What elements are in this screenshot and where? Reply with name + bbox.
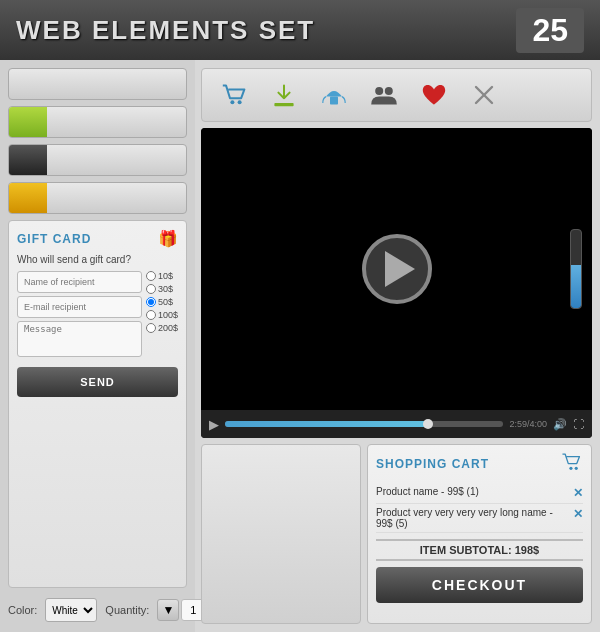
progress-thumb	[423, 419, 433, 429]
volume-icon[interactable]: 🔊	[553, 418, 567, 431]
quantity-label: Quantity:	[105, 604, 149, 616]
fullscreen-button[interactable]: ⛶	[573, 418, 584, 430]
recipient-email-input[interactable]	[17, 296, 142, 318]
gift-card-title: GIFT CARD	[17, 232, 91, 246]
checkout-button[interactable]: CHECKOUT	[376, 567, 583, 603]
recipient-name-input[interactable]	[17, 271, 142, 293]
svg-point-9	[575, 467, 578, 470]
video-controls: ▶ 2:59/4:00 🔊 ⛶	[201, 410, 592, 438]
color-select[interactable]: White Black Red	[45, 598, 97, 622]
upload-button[interactable]	[312, 75, 356, 115]
cart-remove-2-button[interactable]: ✕	[573, 507, 583, 521]
play-pause-button[interactable]: ▶	[209, 417, 219, 432]
play-triangle-icon	[385, 251, 415, 287]
left-panel: GIFT CARD 🎁 Who will send a gift card? 1…	[0, 60, 195, 632]
amount-200[interactable]: 200$	[146, 323, 178, 333]
slider-dark-fill	[9, 145, 47, 175]
video-screen[interactable]	[201, 128, 592, 410]
cart-remove-1-button[interactable]: ✕	[573, 486, 583, 500]
gift-card-header: GIFT CARD 🎁	[17, 229, 178, 248]
cart-subtotal: ITEM SUBTOTAL: 198$	[376, 539, 583, 561]
amount-30[interactable]: 30$	[146, 284, 178, 294]
cart-header: SHOPPING CART	[376, 453, 583, 475]
bottom-section: SHOPPING CART Product name - 99$ (1) ✕ P	[201, 444, 592, 624]
play-button[interactable]	[362, 234, 432, 304]
main-layout: GIFT CARD 🎁 Who will send a gift card? 1…	[0, 60, 600, 632]
cart-title: SHOPPING CART	[376, 457, 489, 471]
gift-inputs: 10$ 30$ 50$ 100$ 200$	[17, 271, 178, 357]
quantity-decrease-button[interactable]: ▼	[157, 599, 179, 621]
volume-bar[interactable]	[570, 229, 582, 309]
cart-button[interactable]	[212, 75, 256, 115]
amount-10[interactable]: 10$	[146, 271, 178, 281]
svg-rect-2	[274, 103, 293, 106]
download-button[interactable]	[262, 75, 306, 115]
amount-100-radio[interactable]	[146, 310, 156, 320]
svg-point-5	[385, 87, 393, 95]
heart-button[interactable]	[412, 75, 456, 115]
gift-card-section: GIFT CARD 🎁 Who will send a gift card? 1…	[8, 220, 187, 588]
svg-point-1	[238, 100, 242, 104]
cart-item-1-name: Product name - 99$ (1)	[376, 486, 567, 497]
header-title: WEB ELEMENTS SET	[16, 15, 315, 46]
gift-amounts: 10$ 30$ 50$ 100$ 200$	[146, 271, 178, 357]
header-number: 25	[516, 8, 584, 53]
close-button[interactable]	[462, 75, 506, 115]
svg-point-0	[230, 100, 234, 104]
color-quantity-row: Color: White Black Red Quantity: ▼ ▲	[8, 594, 187, 624]
svg-point-8	[569, 467, 572, 470]
amount-100[interactable]: 100$	[146, 310, 178, 320]
amount-50[interactable]: 50$	[146, 297, 178, 307]
cart-item-1: Product name - 99$ (1) ✕	[376, 483, 583, 504]
icon-bar	[201, 68, 592, 122]
slider-green[interactable]	[8, 106, 187, 138]
slider-dark[interactable]	[8, 144, 187, 176]
right-main: ▶ 2:59/4:00 🔊 ⛶ SHOPPING CART	[195, 60, 600, 632]
video-player: ▶ 2:59/4:00 🔊 ⛶	[201, 128, 592, 438]
slider-empty[interactable]	[8, 68, 187, 100]
cart-item-2: Product very very very very long name - …	[376, 504, 583, 533]
message-textarea[interactable]	[17, 321, 142, 357]
amount-10-radio[interactable]	[146, 271, 156, 281]
header: WEB ELEMENTS SET 25	[0, 0, 600, 60]
slider-yellow[interactable]	[8, 182, 187, 214]
send-button[interactable]: SEND	[17, 367, 178, 397]
svg-rect-3	[330, 97, 338, 105]
group-button[interactable]	[362, 75, 406, 115]
shopping-cart: SHOPPING CART Product name - 99$ (1) ✕ P	[367, 444, 592, 624]
color-label: Color:	[8, 604, 37, 616]
thumbnail-box	[201, 444, 361, 624]
amount-50-radio[interactable]	[146, 297, 156, 307]
amount-30-radio[interactable]	[146, 284, 156, 294]
progress-bar[interactable]	[225, 421, 503, 427]
cart-header-icon	[561, 453, 583, 475]
amount-200-radio[interactable]	[146, 323, 156, 333]
slider-green-fill	[9, 107, 47, 137]
time-display: 2:59/4:00	[509, 419, 547, 429]
progress-fill	[225, 421, 428, 427]
slider-yellow-fill	[9, 183, 47, 213]
cart-item-2-name: Product very very very very long name - …	[376, 507, 567, 529]
gift-left-fields	[17, 271, 142, 357]
gift-icon: 🎁	[158, 229, 178, 248]
gift-question: Who will send a gift card?	[17, 254, 178, 265]
svg-point-4	[375, 87, 383, 95]
volume-fill	[571, 265, 581, 308]
